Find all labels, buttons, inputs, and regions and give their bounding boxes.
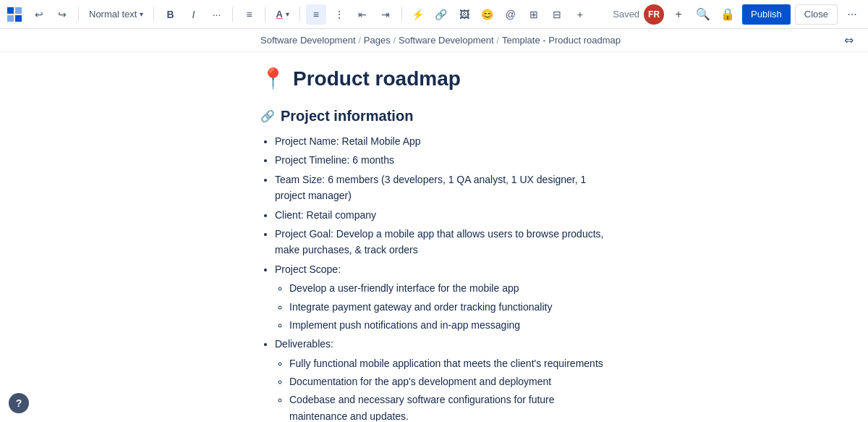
list-item: Integrate payment gateway and order trac… (289, 299, 608, 315)
search-button[interactable]: 🔍 (693, 4, 713, 25)
breadcrumb-item-3[interactable]: Software Development (399, 35, 494, 46)
project-info-section: 🔗 Project information Project Name: Reta… (260, 108, 608, 421)
publish-button[interactable]: Publish (742, 4, 791, 25)
action-button[interactable]: ⚡ (408, 4, 428, 25)
editor-area[interactable]: 📍 Product roadmap 🔗 Project information … (0, 52, 868, 421)
add-user-button[interactable]: + (668, 4, 689, 25)
chevron-down-icon-2: ▾ (286, 10, 289, 18)
toolbar-right: Saved FR + 🔍 🔒 Publish Close ··· (613, 4, 862, 25)
svg-rect-2 (7, 15, 14, 22)
app-logo (6, 6, 23, 23)
separator-2 (153, 7, 154, 22)
text-style-dropdown[interactable]: Normal text ▾ (85, 4, 148, 25)
list-item: Client: Retail company (275, 207, 608, 223)
redo-button[interactable]: ↪ (52, 4, 72, 25)
link-anchor-icon: 🔗 (260, 109, 275, 123)
expand-icon[interactable]: ⇔ (844, 33, 854, 47)
link-button[interactable]: 🔗 (431, 4, 451, 25)
section-heading-text[interactable]: Project information (281, 108, 413, 125)
list-item: Deliverables: Fully functional mobile ap… (275, 336, 608, 421)
emoji-button[interactable]: 😊 (477, 4, 498, 25)
table-button[interactable]: ⊞ (524, 4, 544, 25)
number-list-button[interactable]: ⋮ (329, 4, 349, 25)
list-item: Fully functional mobile application that… (289, 355, 608, 371)
toolbar: ↩ ↪ Normal text ▾ B I ··· ≡ A ▾ ≡ ⋮ ⇤ ⇥ … (0, 0, 868, 29)
separator-4 (265, 7, 265, 22)
breadcrumb-item-2[interactable]: Pages (364, 35, 391, 46)
list-item: Implement push notifications and in-app … (289, 317, 608, 333)
svg-rect-0 (7, 7, 14, 14)
page-title-icon: 📍 (260, 67, 286, 90)
breadcrumb-item-4[interactable]: Template - Product roadmap (502, 35, 621, 46)
separator-6 (401, 7, 402, 22)
page-title-text[interactable]: Product roadmap (293, 67, 461, 90)
image-button[interactable]: 🖼 (454, 4, 475, 25)
list-item: Project Timeline: 6 months (275, 152, 608, 168)
separator-1 (78, 7, 79, 22)
list-item: Develop a user-friendly interface for th… (289, 280, 608, 296)
breadcrumb: Software Development / Pages / Software … (0, 29, 868, 52)
more-insert-button[interactable]: + (570, 4, 590, 25)
deliverables-sub-list: Fully functional mobile application that… (275, 355, 608, 421)
separator-3 (232, 7, 233, 22)
list-item: Team Size: 6 members (3 developers, 1 QA… (275, 172, 608, 204)
svg-rect-3 (15, 15, 22, 22)
breadcrumb-sep-3: / (497, 35, 499, 46)
help-button[interactable]: ? (9, 393, 29, 413)
breadcrumb-item-1[interactable]: Software Development (260, 35, 356, 46)
bold-button[interactable]: B (160, 4, 180, 25)
italic-button[interactable]: I (183, 4, 203, 25)
breadcrumb-sep-1: / (359, 35, 361, 46)
section-heading-project-info: 🔗 Project information (260, 108, 608, 125)
separator-5 (299, 7, 300, 22)
list-item: Documentation for the app's development … (289, 374, 608, 389)
more-format-button[interactable]: ··· (206, 4, 226, 25)
avatar: FR (644, 4, 664, 25)
project-info-list: Project Name: Retail Mobile App Project … (260, 133, 608, 421)
chevron-down-icon: ▾ (140, 10, 143, 18)
page-title: 📍 Product roadmap (260, 67, 608, 90)
layout-button[interactable]: ⊟ (547, 4, 567, 25)
svg-rect-1 (15, 7, 22, 14)
close-button[interactable]: Close (795, 4, 838, 25)
list-item: Codebase and necessary software configur… (289, 392, 608, 421)
saved-status: Saved (613, 9, 639, 20)
list-item: Project Name: Retail Mobile App (275, 133, 608, 149)
indent-increase-button[interactable]: ⇥ (375, 4, 396, 25)
breadcrumb-sep-2: / (393, 35, 396, 46)
list-item: Project Scope: Develop a user-friendly i… (275, 261, 608, 334)
align-button[interactable]: ≡ (239, 4, 259, 25)
scope-sub-list: Develop a user-friendly interface for th… (275, 280, 608, 333)
font-color-dropdown[interactable]: A ▾ (271, 4, 293, 25)
indent-decrease-button[interactable]: ⇤ (352, 4, 373, 25)
font-color-icon: A (276, 9, 282, 20)
mention-button[interactable]: @ (501, 4, 521, 25)
more-options-button[interactable]: ··· (842, 4, 862, 25)
undo-button[interactable]: ↩ (29, 4, 49, 25)
list-item: Project Goal: Develop a mobile app that … (275, 226, 608, 258)
bullet-list-button[interactable]: ≡ (306, 4, 326, 25)
restrict-button[interactable]: 🔒 (718, 4, 738, 25)
